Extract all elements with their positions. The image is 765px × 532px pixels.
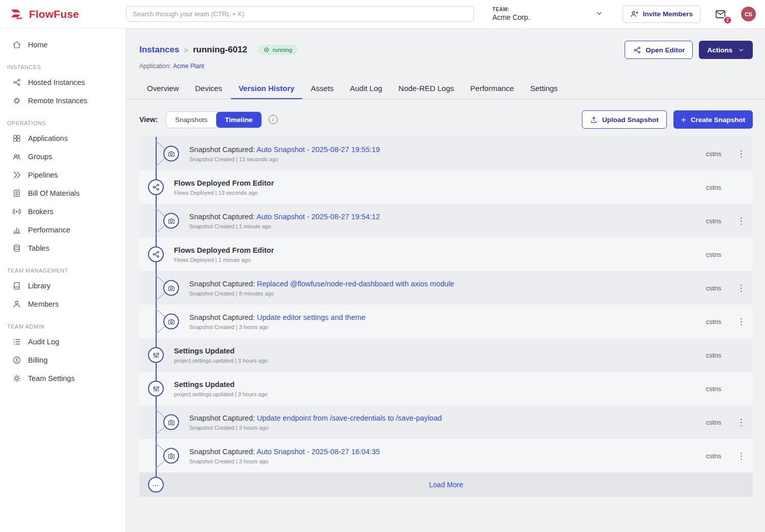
- row-menu-button[interactable]: ⋮: [732, 279, 750, 297]
- snapshot-link[interactable]: Auto Snapshot - 2025-08-27 19:54:12: [256, 213, 380, 221]
- tab-version-history[interactable]: Version History: [231, 79, 302, 99]
- tab-settings[interactable]: Settings: [522, 79, 565, 99]
- members-icon: [12, 300, 21, 309]
- sidebar-item-bill-of-materials[interactable]: Bill Of Materials: [0, 184, 126, 202]
- create-snapshot-button[interactable]: + Create Snapshot: [673, 110, 753, 129]
- upload-snapshot-button[interactable]: Upload Snapshot: [582, 110, 667, 129]
- row-meta: Flows Deployed | 1 minute ago: [174, 257, 274, 263]
- sidebar-item-brokers[interactable]: Brokers: [0, 202, 126, 221]
- row-title-prefix: Snapshot Captured:: [189, 280, 257, 288]
- application-label: Application:: [139, 63, 171, 70]
- library-icon: [12, 281, 21, 290]
- row-user: cstns: [706, 351, 721, 359]
- row-meta: Snapshot Created | 3 hours ago: [189, 324, 366, 330]
- invite-members-label: Invite Members: [643, 10, 693, 18]
- chevron-down-icon: [595, 9, 603, 19]
- sidebar-section-operations: OPERATIONS: [0, 110, 126, 129]
- sidebar-item-team-settings[interactable]: Team Settings: [0, 369, 126, 388]
- timeline-row: Flows Deployed From Editor Flows Deploye…: [139, 170, 753, 204]
- person-add-icon: [630, 10, 639, 18]
- row-menu-button[interactable]: ⋮: [732, 313, 750, 330]
- row-menu-button[interactable]: ⋮: [732, 447, 750, 464]
- sidebar-item-audit-log[interactable]: Audit Log: [0, 333, 126, 351]
- tab-node-red-logs[interactable]: Node-RED Logs: [391, 79, 461, 99]
- tab-assets[interactable]: Assets: [303, 79, 341, 99]
- sidebar-item-label: Home: [28, 41, 48, 49]
- row-title: Flows Deployed From Editor: [174, 246, 274, 254]
- camera-icon: [163, 415, 179, 430]
- open-editor-label: Open Editor: [645, 46, 685, 54]
- camera-icon: [163, 213, 179, 229]
- tab-overview[interactable]: Overview: [139, 79, 187, 99]
- camera-icon: [163, 448, 179, 464]
- view-label: View:: [139, 115, 158, 124]
- row-menu-button[interactable]: ⋮: [732, 413, 750, 431]
- view-timeline-option[interactable]: Timeline: [216, 112, 261, 128]
- row-user: cstns: [706, 217, 721, 225]
- breadcrumb-instances-link[interactable]: Instances: [139, 45, 179, 55]
- sidebar-item-groups[interactable]: Groups: [0, 147, 126, 166]
- tab-performance[interactable]: Performance: [463, 79, 522, 99]
- team-name: Acme Corp.: [492, 13, 530, 21]
- tab-audit-log[interactable]: Audit Log: [342, 79, 390, 99]
- remote-instances-icon: [12, 96, 21, 105]
- timeline-row: Snapshot Captured: Update endpoint from …: [139, 405, 753, 439]
- sidebar-item-label: Brokers: [28, 208, 53, 216]
- performance-icon: [12, 225, 21, 234]
- search-input[interactable]: [126, 6, 474, 22]
- row-user: cstns: [706, 251, 721, 258]
- row-menu-button[interactable]: ⋮: [732, 212, 750, 229]
- sidebar-section-team-admin: TEAM ADMIN: [0, 313, 126, 333]
- actions-button[interactable]: Actions: [699, 41, 753, 59]
- sidebar-item-remote-instances[interactable]: Remote Instances: [0, 92, 126, 110]
- snapshot-link[interactable]: Update endpoint from /save-credentials t…: [257, 414, 442, 422]
- version-history-toolbar: View: Snapshots Timeline i Upload Snapsh…: [139, 110, 753, 129]
- tab-devices[interactable]: Devices: [188, 79, 230, 99]
- editor-icon: [633, 46, 641, 54]
- invite-members-button[interactable]: Invite Members: [623, 6, 700, 23]
- tables-icon: [12, 244, 21, 253]
- row-user: cstns: [706, 284, 721, 292]
- row-meta: Snapshot Created | 8 minutes ago: [189, 290, 454, 297]
- snapshot-link[interactable]: Auto Snapshot - 2025-08-27 16:04:35: [256, 448, 380, 456]
- sidebar-item-library[interactable]: Library: [0, 277, 126, 295]
- sidebar-item-tables[interactable]: Tables: [0, 239, 126, 257]
- sidebar-item-applications[interactable]: Applications: [0, 129, 126, 147]
- user-avatar[interactable]: CS: [741, 7, 756, 21]
- team-selector[interactable]: TEAM: Acme Corp.: [492, 7, 603, 21]
- application-link[interactable]: Acme Plant: [173, 63, 204, 70]
- sidebar-item-billing[interactable]: Billing: [0, 351, 126, 369]
- snapshot-link[interactable]: Update editor settings and theme: [257, 313, 366, 321]
- team-search: [126, 6, 474, 22]
- timeline-row: Snapshot Captured: Replaced @flowfuse/no…: [139, 271, 753, 305]
- camera-icon: [163, 146, 179, 162]
- flowfuse-logo-icon: [9, 8, 24, 20]
- sidebar-item-pipelines[interactable]: Pipelines: [0, 166, 126, 184]
- row-meta: project.settings.updated | 3 hours ago: [174, 358, 268, 364]
- sidebar-item-home[interactable]: Home: [0, 36, 126, 54]
- snapshot-link[interactable]: Replaced @flowfuse/node-red-dashboard wi…: [257, 280, 454, 288]
- timeline-row: Snapshot Captured: Update editor setting…: [139, 305, 753, 338]
- top-header: FlowFuse TEAM: Acme Corp. Invite Members…: [0, 0, 765, 28]
- open-editor-button[interactable]: Open Editor: [625, 41, 693, 59]
- row-menu-button[interactable]: ⋮: [732, 145, 750, 162]
- home-icon: [12, 40, 21, 49]
- timeline-row: Flows Deployed From Editor Flows Deploye…: [139, 238, 753, 271]
- sidebar-item-members[interactable]: Members: [0, 295, 126, 313]
- instance-name: running-6012: [193, 45, 247, 55]
- snapshot-link[interactable]: Auto Snapshot - 2025-08-27 19:55:19: [256, 145, 380, 154]
- view-snapshots-option[interactable]: Snapshots: [166, 112, 216, 128]
- instance-tabs: Overview Devices Version History Assets …: [126, 79, 765, 99]
- audit-log-icon: [12, 337, 21, 346]
- gear-icon: [12, 374, 21, 383]
- info-icon[interactable]: i: [269, 115, 278, 124]
- flowfuse-logo[interactable]: FlowFuse: [9, 8, 126, 20]
- notifications-button[interactable]: 2: [714, 9, 728, 20]
- plus-icon: +: [681, 115, 686, 124]
- sidebar-item-hosted-instances[interactable]: Hosted Instances: [0, 73, 126, 92]
- team-label: TEAM:: [492, 7, 530, 12]
- logo-wordmark: FlowFuse: [29, 8, 79, 20]
- load-more-link[interactable]: Load More: [139, 481, 753, 489]
- running-status-icon: [263, 47, 270, 53]
- sidebar-item-performance[interactable]: Performance: [0, 221, 126, 239]
